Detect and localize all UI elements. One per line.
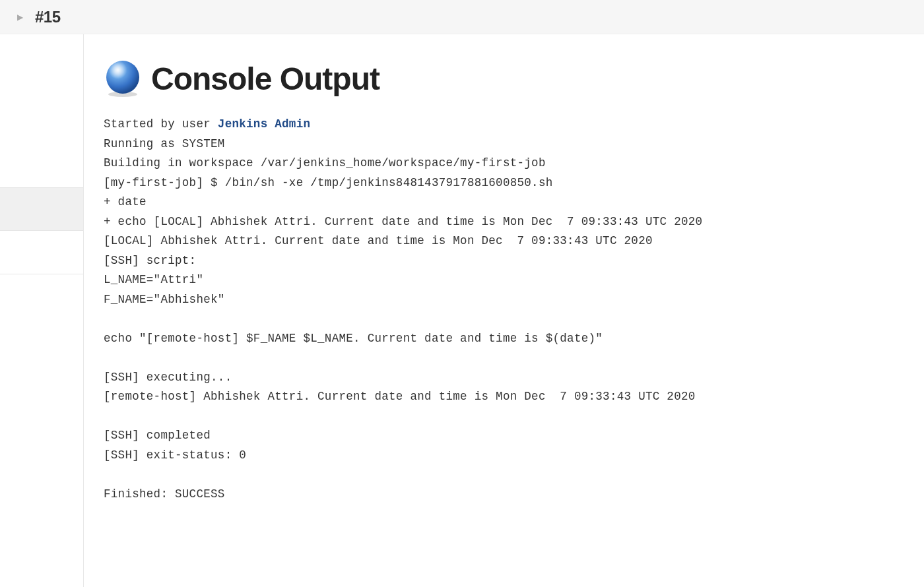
layout: Console Output Started by user Jenkins A… bbox=[0, 34, 924, 587]
sidebar-item-active[interactable] bbox=[0, 187, 83, 231]
console-output: Started by user Jenkins Admin Running as… bbox=[104, 115, 904, 504]
breadcrumb-build[interactable]: #15 bbox=[35, 8, 61, 26]
console-lines: Running as SYSTEM Building in workspace … bbox=[104, 137, 702, 501]
started-user-link[interactable]: Jenkins Admin bbox=[218, 117, 310, 131]
sidebar-item-below[interactable] bbox=[0, 231, 83, 274]
heading-row: Console Output bbox=[104, 59, 904, 98]
main-content: Console Output Started by user Jenkins A… bbox=[84, 34, 924, 587]
sidebar-top-section bbox=[0, 34, 83, 187]
chevron-right-icon: ▶ bbox=[17, 13, 23, 22]
status-ball-icon bbox=[104, 59, 142, 98]
sidebar bbox=[0, 34, 84, 587]
svg-point-2 bbox=[106, 61, 139, 94]
page-title: Console Output bbox=[151, 61, 380, 97]
breadcrumb-bar: ▶ #15 bbox=[0, 0, 924, 34]
started-prefix: Started by user bbox=[104, 117, 218, 131]
